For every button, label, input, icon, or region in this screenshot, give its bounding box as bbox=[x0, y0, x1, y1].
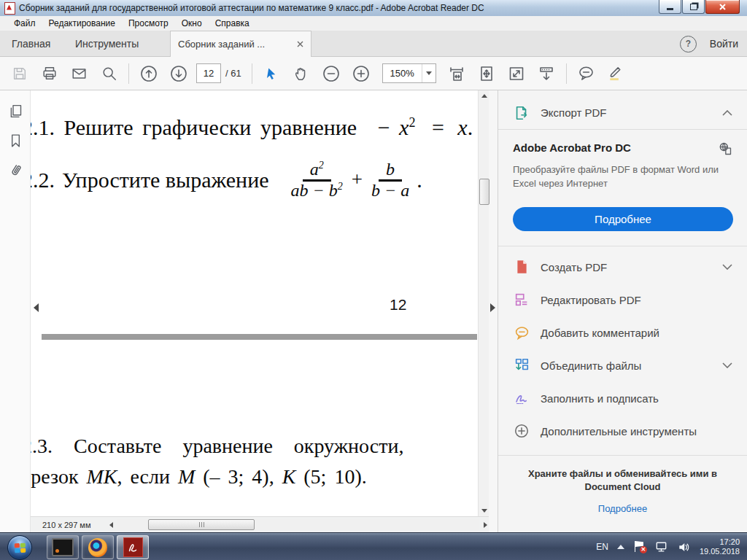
scroll-down-button[interactable] bbox=[479, 505, 489, 516]
minimize-icon bbox=[667, 8, 673, 10]
action-center-icon[interactable]: ✕ bbox=[633, 540, 646, 553]
start-button[interactable] bbox=[7, 535, 32, 560]
create-pdf-item[interactable]: Создать PDF bbox=[498, 251, 747, 284]
arrow-up-icon bbox=[481, 94, 487, 98]
zoom-in-icon bbox=[352, 65, 370, 82]
online-convert-icon bbox=[718, 141, 732, 156]
scroll-right-button[interactable] bbox=[484, 522, 487, 528]
clock-date: 19.05.2018 bbox=[700, 547, 740, 556]
app-thumbnail-icon bbox=[52, 538, 74, 556]
language-indicator[interactable]: EN bbox=[596, 542, 608, 552]
next-page-button[interactable] bbox=[163, 61, 193, 87]
chevron-down-icon[interactable] bbox=[722, 264, 732, 270]
minimize-button[interactable] bbox=[659, 0, 681, 14]
status-bar: 210 x 297 мм bbox=[31, 516, 489, 532]
add-comment-item[interactable]: Добавить комментарий bbox=[498, 316, 747, 349]
search-icon bbox=[101, 66, 117, 82]
more-tools-item[interactable]: Дополнительные инструменты bbox=[498, 415, 747, 448]
bookmarks-icon[interactable] bbox=[8, 133, 23, 149]
page-number-input[interactable]: 12 bbox=[196, 63, 221, 83]
help-icon[interactable]: ? bbox=[680, 36, 697, 52]
chevron-down-icon[interactable] bbox=[722, 362, 732, 368]
menu-file[interactable]: Файл bbox=[7, 16, 42, 31]
toolbar-collapse-icon bbox=[538, 65, 555, 82]
chevron-up-icon[interactable] bbox=[722, 110, 732, 116]
previous-page-button[interactable] bbox=[133, 61, 163, 87]
create-pdf-icon bbox=[513, 259, 530, 275]
menu-help[interactable]: Справка bbox=[209, 16, 256, 31]
hand-tool-button[interactable] bbox=[287, 61, 317, 87]
edit-pdf-icon bbox=[513, 292, 530, 308]
scroll-left-button[interactable] bbox=[109, 522, 113, 528]
title-bar: Сборник заданий для государственной итог… bbox=[0, 0, 747, 17]
taskbar-firefox-button[interactable] bbox=[82, 535, 114, 559]
printer-icon bbox=[42, 66, 58, 82]
taskbar-acrobat-button[interactable] bbox=[117, 535, 149, 559]
learn-more-button[interactable]: Подробнее bbox=[513, 207, 733, 231]
menu-view[interactable]: Просмотр bbox=[122, 16, 175, 31]
vertical-scrollbar-thumb[interactable] bbox=[479, 179, 489, 205]
fullscreen-button[interactable] bbox=[502, 61, 532, 87]
more-tools-icon bbox=[513, 423, 530, 439]
comment-tool-button[interactable] bbox=[571, 61, 601, 87]
window-title: Сборник заданий для государственной итог… bbox=[19, 3, 484, 13]
horizontal-scrollbar-thumb[interactable] bbox=[148, 519, 255, 530]
firefox-icon bbox=[88, 538, 107, 557]
vertical-scrollbar[interactable] bbox=[478, 90, 489, 516]
horizontal-scrollbar-track[interactable] bbox=[117, 519, 479, 530]
acrobat-pro-promo: Adobe Acrobat Pro DC Преобразуйте файлы … bbox=[498, 130, 747, 231]
fraction-2: b b − a bbox=[371, 159, 409, 201]
next-page-arrow[interactable] bbox=[490, 303, 495, 312]
add-comment-label: Добавить комментарий bbox=[541, 327, 732, 339]
page-thumbnails-icon[interactable] bbox=[8, 104, 23, 119]
horizontal-scrollbar[interactable] bbox=[109, 519, 487, 531]
edit-pdf-label: Редактировать PDF bbox=[541, 294, 732, 306]
combine-files-label: Объединить файлы bbox=[541, 359, 722, 372]
edit-pdf-item[interactable]: Редактировать PDF bbox=[498, 284, 747, 316]
zoom-level-value: 150% bbox=[383, 68, 422, 79]
attachments-icon[interactable] bbox=[8, 163, 23, 179]
cursor-icon bbox=[265, 66, 278, 81]
tab-document-label: Сборник заданий ... bbox=[178, 39, 297, 50]
hidden-icons-button[interactable] bbox=[617, 545, 624, 549]
close-button[interactable] bbox=[705, 0, 740, 14]
zoom-out-button[interactable] bbox=[317, 61, 347, 87]
fit-width-button[interactable] bbox=[442, 61, 472, 87]
zoom-caret[interactable] bbox=[422, 64, 436, 82]
tab-home[interactable]: Главная bbox=[7, 31, 55, 57]
restore-button[interactable] bbox=[682, 0, 705, 14]
tab-tools[interactable]: Инструменты bbox=[71, 31, 143, 57]
sign-in-button[interactable]: Войти bbox=[710, 38, 738, 50]
scroll-up-button[interactable] bbox=[479, 90, 489, 101]
hide-toolbar-button[interactable] bbox=[532, 61, 562, 87]
save-button[interactable] bbox=[4, 61, 34, 87]
add-comment-icon bbox=[513, 325, 530, 341]
menu-edit[interactable]: Редактирование bbox=[42, 16, 122, 31]
fill-sign-item[interactable]: Заполнить и подписать bbox=[498, 382, 747, 415]
zoom-in-button[interactable] bbox=[347, 61, 376, 87]
tab-document[interactable]: Сборник заданий ... bbox=[170, 31, 311, 57]
speaker-icon[interactable] bbox=[677, 541, 691, 553]
tab-close-icon[interactable] bbox=[297, 41, 303, 47]
fit-width-icon bbox=[448, 65, 465, 82]
highlight-tool-button[interactable] bbox=[601, 61, 631, 87]
export-pdf-item[interactable]: Экспорт PDF bbox=[498, 96, 747, 129]
print-button[interactable] bbox=[34, 61, 64, 87]
document-cloud-link[interactable]: Подробнее bbox=[516, 503, 729, 514]
select-tool-button[interactable] bbox=[257, 61, 287, 87]
combine-files-item[interactable]: Объединить файлы bbox=[498, 349, 747, 382]
network-icon[interactable] bbox=[654, 541, 668, 553]
clock[interactable]: 17:20 19.05.2018 bbox=[700, 537, 743, 556]
search-button[interactable] bbox=[94, 61, 124, 87]
zoom-level-select[interactable]: 150% bbox=[382, 63, 436, 83]
taskbar-app-button[interactable] bbox=[47, 535, 79, 559]
page-number-label: 12 bbox=[390, 296, 406, 314]
menu-window[interactable]: Окно bbox=[175, 16, 209, 31]
previous-page-arrow[interactable] bbox=[34, 303, 39, 312]
page-divider: / bbox=[225, 68, 228, 79]
toolbar-separator bbox=[128, 63, 129, 84]
fit-page-button[interactable] bbox=[472, 61, 502, 87]
page-separator bbox=[42, 334, 477, 340]
email-button[interactable] bbox=[64, 61, 94, 87]
arrow-down-icon bbox=[481, 509, 487, 513]
